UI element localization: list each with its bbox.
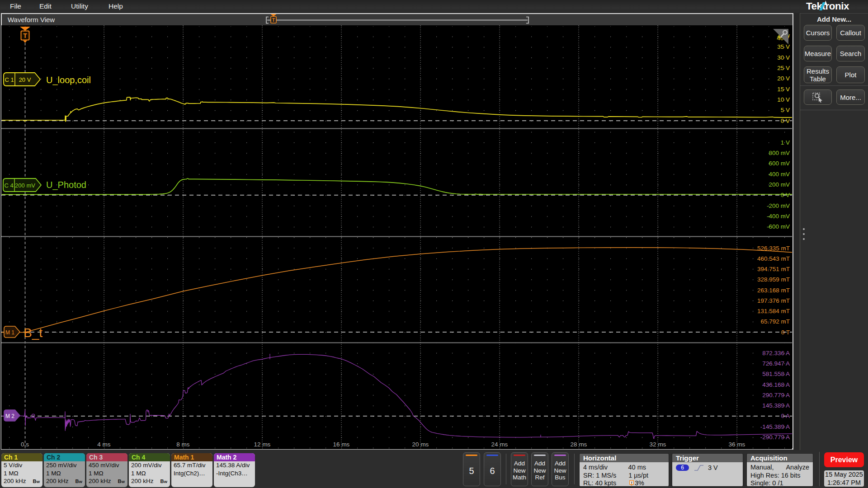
svg-text:800 mV: 800 mV	[769, 150, 790, 156]
svg-text:T: T	[272, 17, 275, 23]
svg-text:24 ms: 24 ms	[491, 441, 508, 448]
svg-text:20 ms: 20 ms	[412, 441, 429, 448]
svg-text:20 V: 20 V	[777, 75, 790, 82]
svg-text:131.584 mT: 131.584 mT	[757, 308, 790, 314]
svg-text:328.959 mT: 328.959 mT	[757, 276, 790, 283]
svg-text:581.558 A: 581.558 A	[762, 371, 790, 377]
svg-text:0 V: 0 V	[781, 192, 790, 198]
svg-text:290.779 A: 290.779 A	[762, 392, 790, 399]
svg-text:460.543 mT: 460.543 mT	[757, 255, 790, 262]
svg-text:U_Photod: U_Photod	[46, 180, 86, 190]
svg-text:-290.779 A: -290.779 A	[760, 434, 790, 441]
svg-text:400 mV: 400 mV	[769, 171, 790, 178]
svg-text:10 V: 10 V	[777, 96, 790, 103]
svg-text:5 V: 5 V	[781, 107, 790, 113]
svg-text:32 ms: 32 ms	[650, 441, 666, 448]
svg-text:C 4: C 4	[4, 182, 13, 189]
svg-text:0 s: 0 s	[21, 441, 29, 448]
svg-text:872.336 A: 872.336 A	[762, 350, 790, 357]
svg-text:526.335 mT: 526.335 mT	[757, 245, 790, 252]
svg-text:0 A: 0 A	[781, 413, 790, 419]
svg-text:394.751 mT: 394.751 mT	[757, 266, 790, 272]
svg-text:726.947 A: 726.947 A	[762, 360, 790, 367]
svg-text:263.168 mT: 263.168 mT	[757, 287, 790, 294]
svg-text:-200 mV: -200 mV	[767, 202, 790, 209]
svg-text:C 1: C 1	[5, 76, 14, 83]
svg-text:M 1: M 1	[5, 329, 14, 336]
svg-text:-400 mV: -400 mV	[767, 213, 790, 220]
svg-text:30 V: 30 V	[777, 54, 790, 61]
svg-text:36 ms: 36 ms	[729, 441, 745, 448]
svg-text:4 ms: 4 ms	[97, 441, 111, 448]
svg-text:0 T: 0 T	[781, 329, 790, 336]
svg-text:16 ms: 16 ms	[333, 441, 350, 448]
svg-text:35 V: 35 V	[777, 43, 790, 50]
svg-text:197.376 mT: 197.376 mT	[757, 297, 790, 304]
svg-text:1 V: 1 V	[781, 139, 790, 146]
svg-text:8 ms: 8 ms	[176, 441, 190, 448]
svg-text:T: T	[23, 32, 27, 39]
svg-text:600 mV: 600 mV	[769, 160, 790, 167]
svg-text:M 2: M 2	[5, 413, 14, 419]
svg-text:U_loop,coil: U_loop,coil	[46, 75, 91, 85]
svg-text:12 ms: 12 ms	[254, 441, 271, 448]
svg-text:25 V: 25 V	[777, 65, 790, 71]
svg-text:-600 mV: -600 mV	[767, 223, 790, 230]
svg-text:65.792 mT: 65.792 mT	[760, 318, 790, 325]
svg-text:20 V: 20 V	[19, 76, 31, 83]
svg-text:-145.389 A: -145.389 A	[760, 423, 790, 430]
svg-text:15 V: 15 V	[777, 86, 790, 93]
svg-text:T: T	[631, 480, 633, 484]
svg-text:28 ms: 28 ms	[571, 441, 587, 448]
svg-text:B_t: B_t	[24, 326, 42, 340]
svg-text:436.168 A: 436.168 A	[762, 381, 790, 388]
svg-text:145.389 A: 145.389 A	[762, 402, 790, 409]
svg-text:200 mV: 200 mV	[15, 182, 35, 189]
svg-text:0 V: 0 V	[781, 117, 790, 124]
svg-text:200 mV: 200 mV	[769, 181, 790, 188]
